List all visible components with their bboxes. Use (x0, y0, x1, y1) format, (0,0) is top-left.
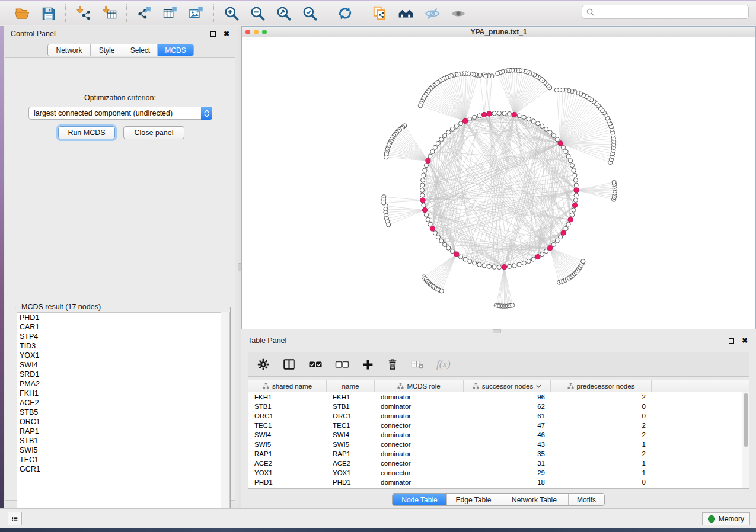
cell-predecessor-nodes: 2 (551, 431, 652, 438)
cell-successor-nodes: 46 (464, 431, 551, 438)
mcds-result-item[interactable]: SWI5 (17, 446, 229, 455)
import-network-icon[interactable] (74, 4, 92, 22)
mcds-result-item[interactable]: ORC1 (17, 417, 229, 427)
tab-edge-table[interactable]: Edge Table (447, 494, 500, 505)
mcds-result-item[interactable]: SWI4 (17, 360, 229, 370)
settings-gear-icon[interactable] (257, 357, 270, 372)
cell-name: RAP1 (327, 450, 375, 457)
column-header-MCDS-role[interactable]: MCDS role (375, 380, 464, 392)
float-panel-icon[interactable] (209, 30, 217, 38)
table-panel-titlebar: Table Panel ✖ (241, 333, 756, 348)
mcds-result-item[interactable]: PHD1 (17, 313, 229, 322)
tab-motifs[interactable]: Motifs (569, 494, 604, 505)
save-session-icon[interactable] (39, 4, 57, 22)
cell-MCDS-role: connector (375, 441, 464, 448)
clone-network-icon[interactable] (371, 4, 388, 22)
cell-MCDS-role: connector (375, 460, 464, 467)
close-table-panel-icon[interactable]: ✖ (741, 336, 749, 345)
cell-successor-nodes: 62 (464, 403, 551, 410)
table-row[interactable]: ACE2ACE2connector311 (248, 459, 749, 468)
network-view-window: YPA_prune.txt_1 (241, 26, 756, 329)
memory-button[interactable]: Memory (702, 512, 750, 525)
table-row[interactable]: STB1STB1dominator620 (248, 402, 749, 411)
mcds-result-item[interactable]: TID3 (17, 341, 229, 351)
table-scrollbar-thumb[interactable] (744, 393, 748, 447)
show-all-icon[interactable] (449, 4, 467, 22)
cell-successor-nodes: 47 (464, 422, 551, 429)
task-history-button[interactable] (8, 512, 22, 525)
close-panel-icon[interactable]: ✖ (222, 30, 231, 38)
network-canvas[interactable] (242, 38, 755, 329)
cell-predecessor-nodes: 1 (551, 441, 652, 448)
hide-selected-icon[interactable] (423, 4, 441, 22)
tab-node-table[interactable]: Node Table (393, 494, 447, 505)
column-header-name[interactable]: name (327, 380, 375, 392)
search-box (582, 5, 749, 19)
mcds-result-item[interactable]: ACE2 (17, 398, 229, 408)
table-row[interactable]: SWI5SWI5connector431 (248, 440, 749, 449)
network-window-titlebar[interactable]: YPA_prune.txt_1 (242, 27, 755, 37)
first-neighbors-icon[interactable] (397, 4, 414, 22)
node-table: shared namenameMCDS rolesuccessor nodesp… (248, 380, 749, 489)
mcds-result-item[interactable]: FKH1 (17, 389, 229, 398)
cell-shared-name: TEC1 (248, 422, 327, 429)
zoom-selected-icon[interactable] (301, 4, 318, 22)
close-panel-button[interactable]: Close panel (123, 126, 184, 139)
mcds-result-item[interactable]: STP4 (17, 332, 229, 341)
criterion-dropdown[interactable]: largest connected component (undirected) (28, 107, 212, 120)
export-table-icon[interactable] (161, 4, 179, 22)
optimization-criterion-label: Optimization criterion: (5, 94, 235, 102)
column-header-predecessor-nodes[interactable]: predecessor nodes (551, 380, 652, 392)
zoom-fit-icon[interactable] (275, 4, 292, 22)
cell-predecessor-nodes: 0 (551, 412, 652, 419)
column-header-successor-nodes[interactable]: successor nodes (464, 380, 551, 392)
select-all-rows-icon[interactable] (308, 357, 323, 372)
mcds-result-item[interactable]: SRD1 (17, 370, 229, 379)
tab-network-table[interactable]: Network Table (500, 494, 569, 505)
mcds-result-item[interactable]: YOX1 (17, 351, 229, 360)
table-row[interactable]: RAP1RAP1dominator352 (248, 449, 749, 459)
mcds-result-item[interactable]: CAR1 (17, 322, 229, 332)
search-input[interactable] (597, 7, 744, 17)
desktop-edge-left (0, 26, 4, 528)
table-row[interactable]: FKH1FKH1dominator962 (248, 392, 749, 402)
mcds-result-item[interactable]: RAP1 (17, 427, 229, 436)
mcds-result-item[interactable]: GCR1 (17, 464, 229, 474)
cell-successor-nodes: 96 (464, 393, 551, 400)
status-bar: Memory (0, 508, 756, 528)
mcds-result-item[interactable]: TEC1 (17, 455, 229, 464)
table-row[interactable]: ORC1ORC1dominator610 (248, 411, 749, 421)
table-row[interactable]: TEC1TEC1connector472 (248, 421, 749, 430)
cell-name: YOX1 (327, 469, 375, 476)
float-table-panel-icon[interactable] (727, 336, 735, 345)
refresh-layout-icon[interactable] (336, 4, 353, 22)
deselect-all-rows-icon[interactable] (335, 357, 349, 372)
run-mcds-button[interactable]: Run MCDS (58, 126, 115, 139)
result-list-scrollbar[interactable] (221, 312, 229, 522)
cell-shared-name: FKH1 (248, 393, 327, 400)
zoom-in-icon[interactable] (222, 4, 240, 22)
tab-select[interactable]: Select (123, 44, 158, 56)
delete-column-icon[interactable] (387, 357, 398, 372)
mcds-result-item[interactable]: STB5 (17, 408, 229, 417)
open-file-icon[interactable] (13, 4, 31, 22)
tab-mcds[interactable]: MCDS (158, 44, 193, 56)
zoom-out-icon[interactable] (248, 4, 266, 22)
column-visibility-icon[interactable] (282, 357, 296, 372)
export-network-icon[interactable] (135, 4, 153, 22)
tab-network[interactable]: Network (48, 44, 91, 56)
table-row[interactable]: YOX1YOX1connector291 (248, 468, 749, 477)
table-panel: Table Panel ✖ f(x) shared namenameMCDS r… (241, 333, 756, 508)
mcds-result-item[interactable]: PMA2 (17, 379, 229, 389)
cell-successor-nodes: 35 (464, 450, 551, 457)
import-table-icon[interactable] (100, 4, 118, 22)
table-scrollbar[interactable] (742, 392, 749, 488)
add-column-icon[interactable] (362, 357, 374, 372)
table-row[interactable]: PHD1PHD1dominator180 (248, 477, 749, 487)
tab-style[interactable]: Style (91, 44, 123, 56)
table-row[interactable]: SWI4SWI4dominator462 (248, 430, 749, 440)
column-header-shared-name[interactable]: shared name (248, 380, 327, 392)
mcds-result-item[interactable]: STB1 (17, 436, 229, 446)
export-image-icon[interactable] (187, 4, 205, 22)
mcds-result-list[interactable]: PHD1CAR1STP4TID3YOX1SWI4SRD1PMA2FKH1ACE2… (17, 312, 230, 522)
